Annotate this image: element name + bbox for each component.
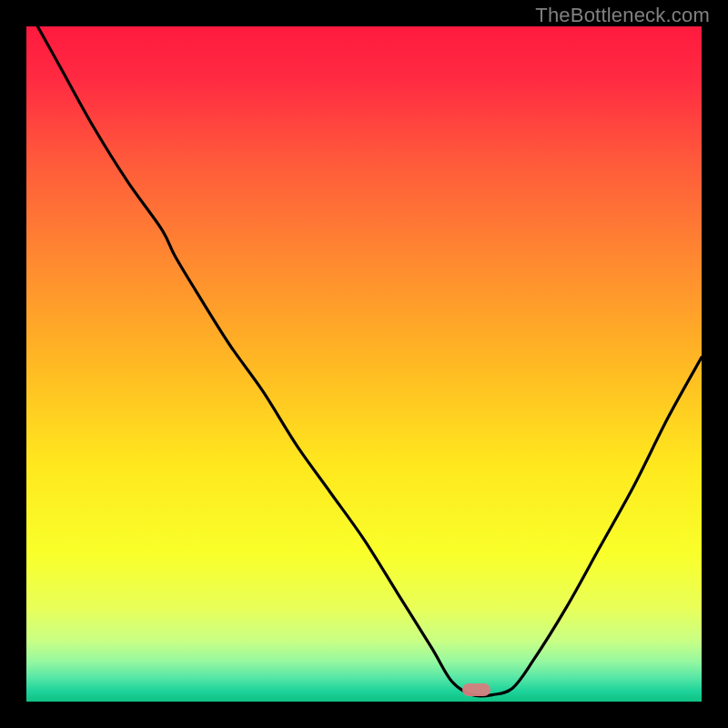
bottleneck-curve [26, 26, 702, 702]
chart-frame: TheBottleneck.com [0, 0, 728, 728]
source-credit: TheBottleneck.com [535, 4, 710, 27]
optimal-marker [462, 683, 490, 696]
plot-area [26, 26, 702, 702]
